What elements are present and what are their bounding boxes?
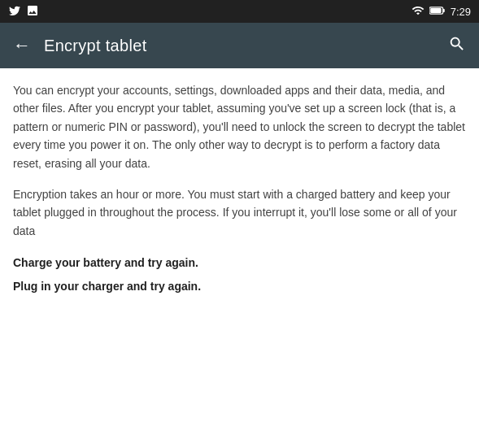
page-title: Encrypt tablet (44, 37, 147, 55)
paragraph-encryption-warning: Encryption takes an hour or more. You mu… (13, 185, 466, 240)
app-bar: ← Encrypt tablet (0, 23, 479, 68)
warning-charger: Plug in your charger and try again. (13, 276, 466, 297)
content-area: You can encrypt your accounts, settings,… (0, 68, 479, 448)
status-bar-right: 7:29 (412, 4, 471, 20)
paragraph-encryption-info: You can encrypt your accounts, settings,… (13, 81, 466, 172)
svg-rect-1 (442, 8, 444, 11)
status-bar: 7:29 (0, 0, 479, 23)
wifi-icon (412, 4, 425, 20)
battery-icon (429, 5, 446, 19)
photo-icon (26, 4, 39, 20)
back-button[interactable]: ← (13, 35, 31, 56)
svg-rect-2 (430, 8, 441, 13)
status-bar-left (8, 4, 39, 20)
warning-battery: Charge your battery and try again. (13, 253, 466, 273)
status-time: 7:29 (451, 6, 471, 18)
app-bar-left: ← Encrypt tablet (13, 35, 147, 56)
twitter-icon (8, 4, 21, 20)
search-button[interactable] (448, 35, 466, 57)
